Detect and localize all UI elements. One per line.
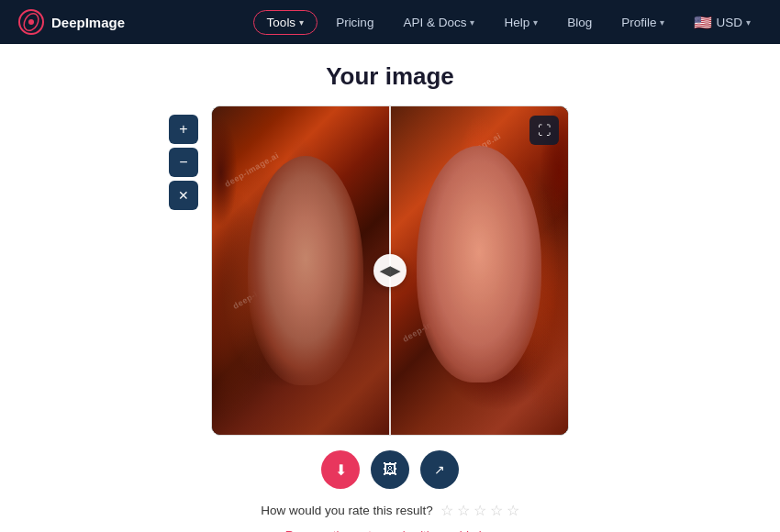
page-title: Your image xyxy=(326,62,454,91)
rating-row: How would you rate this result? ☆ ☆ ☆ ☆ … xyxy=(261,502,519,519)
image-wrapper[interactable]: deep-image.ai deep-image.ai deep-image.a… xyxy=(211,105,569,436)
share-icon: ↗ xyxy=(434,462,445,477)
star-4[interactable]: ☆ xyxy=(490,502,503,519)
tools-chevron-icon: ▾ xyxy=(299,17,304,28)
nav-blog[interactable]: Blog xyxy=(556,10,603,35)
share-button[interactable]: ↗ xyxy=(420,450,459,489)
logo-text: DeepImage xyxy=(51,15,125,30)
navbar: DeepImage Tools ▾ Pricing API & Docs ▾ H… xyxy=(0,0,780,44)
star-2[interactable]: ☆ xyxy=(457,502,470,519)
zoom-out-button[interactable]: − xyxy=(169,148,198,177)
watermark-2: deep-image.ai xyxy=(231,272,289,311)
fullscreen-icon: ⛶ xyxy=(538,123,551,138)
logo[interactable]: DeepImage xyxy=(18,9,125,35)
nav-currency[interactable]: 🇺🇸 USD ▾ xyxy=(683,8,762,37)
after-image: deep-image.ai deep-image.ai deep-image.a… xyxy=(390,106,568,435)
main-content: Your image + − ✕ deep-image.ai deep-imag… xyxy=(0,44,780,532)
profile-chevron-icon: ▾ xyxy=(660,17,664,28)
api-docs-chevron-icon: ▾ xyxy=(470,17,474,28)
promo-section: Remove the watermark with a paid plan Th… xyxy=(264,528,517,532)
nav-pricing[interactable]: Pricing xyxy=(325,10,384,35)
nav-profile[interactable]: Profile ▾ xyxy=(610,10,675,35)
before-image: deep-image.ai deep-image.ai xyxy=(212,106,390,435)
fullscreen-button[interactable]: ⛶ xyxy=(529,116,559,145)
remove-watermark-link[interactable]: Remove the watermark with a paid plan xyxy=(264,528,517,532)
flag-icon: 🇺🇸 xyxy=(694,14,712,31)
logo-icon xyxy=(18,9,44,35)
save-icon: 🖼 xyxy=(383,461,397,478)
watermark-1: deep-image.ai xyxy=(223,150,281,189)
svg-point-2 xyxy=(28,19,34,25)
star-3[interactable]: ☆ xyxy=(474,502,486,519)
action-bar: ⬇ 🖼 ↗ xyxy=(321,450,459,489)
star-rating[interactable]: ☆ ☆ ☆ ☆ ☆ xyxy=(440,502,519,519)
watermark-3: deep-image.ai xyxy=(418,190,476,228)
zoom-in-button[interactable]: + xyxy=(169,115,198,144)
close-button[interactable]: ✕ xyxy=(169,181,198,210)
star-1[interactable]: ☆ xyxy=(440,502,453,519)
download-icon: ⬇ xyxy=(335,461,347,479)
save-image-button[interactable]: 🖼 xyxy=(371,450,409,489)
zoom-controls: + − ✕ xyxy=(169,115,198,210)
download-button[interactable]: ⬇ xyxy=(321,450,360,489)
nav-help[interactable]: Help ▾ xyxy=(493,10,549,35)
compare-drag-handle[interactable]: ◀▶ xyxy=(373,254,407,287)
help-chevron-icon: ▾ xyxy=(533,17,538,28)
nav-tools[interactable]: Tools ▾ xyxy=(253,10,318,35)
currency-chevron-icon: ▾ xyxy=(746,17,751,28)
rating-label: How would you rate this result? xyxy=(261,504,433,517)
star-5[interactable]: ☆ xyxy=(507,502,519,519)
drag-arrows-icon: ◀▶ xyxy=(380,263,400,278)
nav-api-docs[interactable]: API & Docs ▾ xyxy=(392,10,485,35)
watermark-4: deep-image.ai xyxy=(401,305,459,344)
watermark-5: deep-image.ai xyxy=(445,131,503,170)
image-comparison-area: + − ✕ deep-image.ai deep-image.ai deep-i… xyxy=(211,105,569,436)
